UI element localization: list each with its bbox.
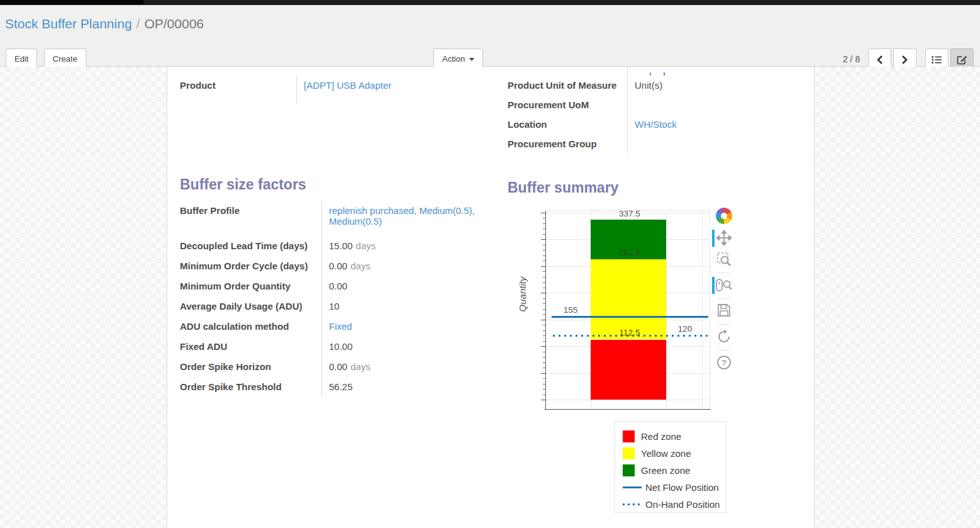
field-row-buffer-profile: Buffer Profile replenish purchased, Medi…	[180, 201, 494, 236]
chevron-left-icon	[876, 55, 883, 65]
field-value-location: WH/Stock	[628, 115, 677, 134]
section-title-buffer-summary: Buffer summary	[508, 179, 618, 196]
legend-item-on-hand: On-Hand Position	[623, 496, 726, 513]
field-label-product: Product	[180, 76, 297, 104]
yellow-swatch	[623, 447, 635, 459]
y-axis-tick	[541, 400, 545, 400]
field-value-min-order-cycle: 0.00days	[322, 256, 370, 276]
legend-label: Red zone	[641, 431, 681, 442]
chevron-down-icon	[469, 58, 474, 61]
y-axis-tick	[541, 293, 545, 293]
gridline	[545, 400, 710, 400]
chart-toolbar: ?	[713, 208, 735, 374]
tool-active-indicator	[712, 277, 715, 294]
field-row-adu-method: ADU calculation method Fixed	[180, 317, 494, 337]
breadcrumb-current: OP/00006	[144, 16, 204, 31]
save-icon	[717, 303, 731, 317]
field-label-dlt: Decoupled Lead Time (days)	[180, 236, 322, 256]
field-row-location: Location WH/Stock	[508, 115, 815, 134]
gridline	[702, 211, 703, 408]
net-flow-position-line	[552, 316, 708, 318]
reset-tool-button[interactable]	[713, 327, 735, 348]
list-icon	[932, 55, 942, 64]
breadcrumb: Stock Buffer Planning/OP/00006	[5, 16, 204, 31]
form-sheet: Product [ADPT] USB Adapter Product Unit …	[167, 67, 815, 528]
chart-legend: Red zone Yellow zone Green zone Net Flow…	[615, 421, 727, 513]
clipped-row-label	[508, 67, 628, 76]
field-value-dlt: 15.00days	[322, 236, 376, 256]
main-menu-bar-clipped	[0, 0, 980, 5]
legend-label: Green zone	[641, 465, 690, 476]
product-link[interactable]: [ADPT] USB Adapter	[304, 80, 391, 91]
field-row-adu: Average Daily Usage (ADU) 10	[180, 296, 494, 317]
field-value-adu: 10	[322, 296, 340, 316]
field-row-procurement-group: Procurement Group	[508, 134, 815, 154]
field-value-product: [ADPT] USB Adapter	[297, 76, 391, 95]
field-value-procurement-group	[628, 134, 635, 143]
dotted-line-swatch	[623, 503, 642, 505]
toolbar-separator	[718, 298, 730, 299]
field-label-fixed-adu: Fixed ADU	[180, 337, 322, 357]
field-label-location: Location	[508, 115, 628, 134]
y-axis-label: Quantity	[517, 266, 528, 323]
toolbar-separator	[718, 272, 730, 273]
content-area: Product [ADPT] USB Adapter Product Unit …	[0, 67, 980, 528]
field-row-min-order-qty: Minimum Order Quantity 0.00	[180, 276, 494, 296]
field-label-min-order-cycle: Minimum Order Cycle (days)	[180, 256, 322, 276]
wheel-zoom-icon	[716, 278, 732, 293]
field-label-adu: Average Daily Usage (ADU)	[180, 296, 322, 317]
annotation-yellow-top: 262.5	[616, 248, 643, 257]
bokeh-logo-icon[interactable]	[716, 208, 732, 224]
help-icon: ?	[716, 355, 732, 370]
adu-method-link[interactable]: Fixed	[329, 321, 352, 332]
toolbar-separator	[718, 324, 730, 325]
field-label-min-order-qty: Minimum Order Quantity	[180, 276, 322, 296]
wheel-zoom-tool-button[interactable]	[713, 275, 735, 296]
field-group-right: Product Unit of Measure Unit(s) Procurem…	[508, 67, 815, 154]
field-row-fixed-adu: Fixed ADU 10.00	[180, 337, 494, 357]
gridline	[666, 211, 667, 408]
buffer-profile-link[interactable]: replenish purchased, Medium(0.5), Medium…	[329, 205, 475, 227]
field-group-factors: Buffer Profile replenish purchased, Medi…	[180, 201, 494, 397]
field-group-left: Product [ADPT] USB Adapter	[180, 76, 476, 104]
field-row-procurement-uom: Procurement UoM	[508, 95, 815, 115]
save-tool-button[interactable]	[713, 301, 735, 322]
field-value-spike-horizon: 0.00days	[322, 357, 370, 376]
field-value-min-order-qty: 0.00	[322, 276, 347, 296]
field-row-spike-horizon: Order Spike Horizon 0.00days	[180, 357, 494, 377]
legend-item-net-flow: Net Flow Position	[623, 479, 726, 496]
help-tool-button[interactable]: ?	[713, 352, 735, 374]
annotation-on-hand: 120	[671, 324, 699, 334]
y-axis-tick	[541, 266, 545, 267]
field-row-min-order-cycle: Minimum Order Cycle (days) 0.00days	[180, 256, 494, 276]
annotation-red-top: 112.5	[616, 328, 643, 337]
field-label-procurement-uom: Procurement UoM	[508, 95, 628, 115]
field-label-spike-threshold: Order Spike Threshold	[180, 377, 322, 397]
y-axis-tick	[541, 213, 545, 213]
chevron-right-icon	[901, 55, 908, 65]
field-value-procurement-uom	[628, 95, 635, 104]
uom-suffix: days	[356, 240, 376, 251]
field-label-procurement-group: Procurement Group	[508, 134, 628, 154]
breadcrumb-parent-link[interactable]: Stock Buffer Planning	[5, 16, 132, 31]
clipped-row-fragment	[628, 67, 665, 76]
legend-item-green-zone: Green zone	[623, 462, 726, 479]
legend-label: Net Flow Position	[645, 482, 719, 493]
section-title-buffer-size-factors: Buffer size factors	[180, 176, 306, 193]
pan-tool-button[interactable]	[713, 228, 735, 249]
buffer-summary-plot[interactable]: 337.5 262.5 155 112.5 120	[545, 210, 710, 408]
field-value-fixed-adu: 10.00	[322, 337, 353, 356]
field-value-spike-threshold: 56.25	[322, 377, 353, 396]
red-swatch	[623, 430, 635, 442]
y-axis-tick	[541, 373, 545, 374]
pan-icon	[716, 230, 732, 245]
field-row-product-uom: Product Unit of Measure Unit(s)	[508, 76, 815, 95]
field-value-adu-method: Fixed	[322, 317, 352, 336]
y-axis-line	[545, 211, 546, 410]
box-zoom-tool-button[interactable]	[713, 249, 735, 271]
field-label-spike-horizon: Order Spike Horizon	[180, 357, 322, 377]
field-row-dlt: Decoupled Lead Time (days) 15.00days	[180, 236, 494, 256]
location-link[interactable]: WH/Stock	[635, 119, 677, 130]
field-row-spike-threshold: Order Spike Threshold 56.25	[180, 377, 494, 397]
stock-buffer-planning-page: Stock Buffer Planning/OP/00006 Edit Crea…	[0, 0, 980, 528]
